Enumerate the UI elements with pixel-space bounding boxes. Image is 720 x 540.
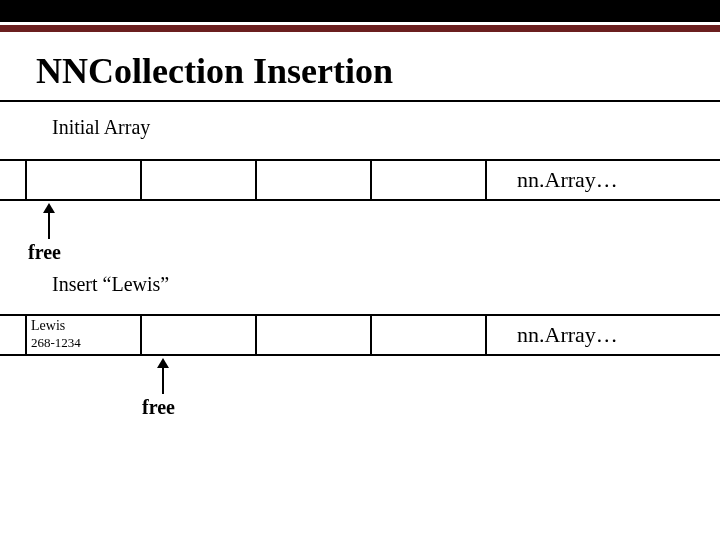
free-arrow-shaft-2 — [162, 366, 164, 394]
free-label-2: free — [142, 396, 175, 419]
section1-caption: Initial Array — [52, 116, 720, 139]
array1-cell-2 — [257, 161, 372, 199]
inserted-array: Lewis 268-1234 nn.Array… free — [0, 314, 720, 356]
array2-cell-3 — [372, 316, 487, 354]
section2-caption: Insert “Lewis” — [52, 273, 720, 296]
initial-array: nn.Array… free — [0, 159, 720, 201]
array1-cell-3 — [372, 161, 487, 199]
array2-cell-2 — [257, 316, 372, 354]
page-title: NNCollection Insertion — [36, 50, 720, 92]
array1-cell-0 — [27, 161, 142, 199]
array1-trail-label: nn.Array… — [517, 167, 618, 193]
free-label-1: free — [28, 241, 61, 264]
free-arrow-shaft-1 — [48, 211, 50, 239]
top-stripe-accent — [0, 25, 720, 32]
title-underline — [0, 100, 720, 102]
cell0-num: 268-1234 — [31, 335, 136, 351]
array2-cell-0: Lewis 268-1234 — [27, 316, 142, 354]
array2-cell-1 — [142, 316, 257, 354]
top-stripe-dark — [0, 0, 720, 22]
array2-trail-label: nn.Array… — [517, 322, 618, 348]
cell0-name: Lewis — [31, 318, 136, 335]
array1-cell-1 — [142, 161, 257, 199]
